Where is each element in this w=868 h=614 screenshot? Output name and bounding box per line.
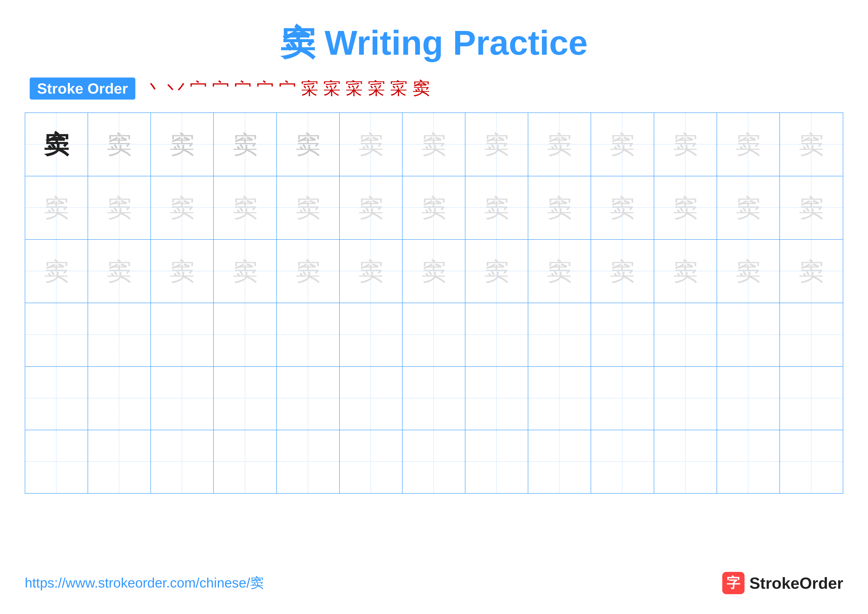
grid-cell-2-10[interactable]: 窦 — [654, 240, 717, 303]
grid-cell-0-6[interactable]: 窦 — [403, 113, 465, 176]
stroke-11: 寀 — [368, 77, 385, 100]
grid-cell-2-7[interactable]: 窦 — [465, 240, 528, 303]
grid-cell-3-10[interactable] — [654, 303, 717, 366]
grid-cell-1-11[interactable]: 窦 — [717, 176, 780, 239]
grid-cell-3-3[interactable] — [214, 303, 277, 366]
title-char: 窦 — [281, 23, 315, 62]
grid-cell-3-7[interactable] — [465, 303, 528, 366]
grid-cell-1-3[interactable]: 窦 — [214, 176, 277, 239]
grid-cell-1-10[interactable]: 窦 — [654, 176, 717, 239]
grid-cell-1-4[interactable]: 窦 — [277, 176, 340, 239]
grid-cell-4-0[interactable] — [25, 367, 88, 430]
cell-char-1-4: 窦 — [296, 196, 321, 220]
grid-cell-4-10[interactable] — [654, 367, 717, 430]
grid-cell-3-1[interactable] — [88, 303, 151, 366]
grid-cell-4-5[interactable] — [340, 367, 403, 430]
stroke-sequence: 丶 丷 宀 宀 宀 宀 宀 寀 寀 寀 寀 寀 窦 — [145, 77, 430, 100]
cell-char-0-11: 窦 — [736, 132, 761, 157]
grid-cell-4-9[interactable] — [591, 367, 654, 430]
grid-cell-4-4[interactable] — [277, 367, 340, 430]
grid-cell-5-3[interactable] — [214, 430, 277, 493]
cell-char-0-3: 窦 — [233, 132, 257, 157]
grid-cell-5-7[interactable] — [465, 430, 528, 493]
grid-cell-5-8[interactable] — [528, 430, 591, 493]
grid-cell-4-7[interactable] — [465, 367, 528, 430]
grid-cell-4-3[interactable] — [214, 367, 277, 430]
grid-cell-3-5[interactable] — [340, 303, 403, 366]
grid-cell-1-1[interactable]: 窦 — [88, 176, 151, 239]
grid-cell-1-12[interactable]: 窦 — [780, 176, 843, 239]
grid-cell-4-6[interactable] — [403, 367, 465, 430]
grid-cell-4-12[interactable] — [780, 367, 843, 430]
grid-cell-0-0[interactable]: 窦 — [25, 113, 88, 176]
grid-row-5[interactable] — [25, 430, 843, 493]
grid-cell-1-8[interactable]: 窦 — [528, 176, 591, 239]
cell-char-1-3: 窦 — [233, 196, 257, 220]
grid-cell-1-5[interactable]: 窦 — [340, 176, 403, 239]
grid-row-4[interactable] — [25, 367, 843, 430]
cell-char-0-6: 窦 — [422, 132, 446, 157]
grid-cell-1-6[interactable]: 窦 — [403, 176, 465, 239]
grid-cell-0-12[interactable]: 窦 — [780, 113, 843, 176]
grid-cell-5-2[interactable] — [151, 430, 214, 493]
grid-cell-5-1[interactable] — [88, 430, 151, 493]
grid-cell-5-9[interactable] — [591, 430, 654, 493]
cell-char-2-10: 窦 — [673, 259, 698, 284]
grid-cell-3-6[interactable] — [403, 303, 465, 366]
grid-row-2[interactable]: 窦窦窦窦窦窦窦窦窦窦窦窦窦 — [25, 240, 843, 303]
cell-char-2-3: 窦 — [233, 259, 257, 284]
grid-cell-1-2[interactable]: 窦 — [151, 176, 214, 239]
grid-cell-2-11[interactable]: 窦 — [717, 240, 780, 303]
grid-cell-0-3[interactable]: 窦 — [214, 113, 277, 176]
cell-char-0-10: 窦 — [673, 132, 698, 157]
grid-cell-3-11[interactable] — [717, 303, 780, 366]
grid-cell-2-3[interactable]: 窦 — [214, 240, 277, 303]
grid-cell-2-8[interactable]: 窦 — [528, 240, 591, 303]
grid-cell-5-10[interactable] — [654, 430, 717, 493]
grid-cell-2-5[interactable]: 窦 — [340, 240, 403, 303]
grid-cell-5-11[interactable] — [717, 430, 780, 493]
grid-cell-2-0[interactable]: 窦 — [25, 240, 88, 303]
grid-cell-2-6[interactable]: 窦 — [403, 240, 465, 303]
grid-cell-3-9[interactable] — [591, 303, 654, 366]
grid-cell-2-1[interactable]: 窦 — [88, 240, 151, 303]
grid-row-1[interactable]: 窦窦窦窦窦窦窦窦窦窦窦窦窦 — [25, 176, 843, 240]
grid-cell-4-8[interactable] — [528, 367, 591, 430]
grid-row-3[interactable] — [25, 303, 843, 367]
grid-cell-0-10[interactable]: 窦 — [654, 113, 717, 176]
grid-cell-0-7[interactable]: 窦 — [465, 113, 528, 176]
grid-cell-3-0[interactable] — [25, 303, 88, 366]
grid-cell-2-12[interactable]: 窦 — [780, 240, 843, 303]
grid-cell-0-5[interactable]: 窦 — [340, 113, 403, 176]
grid-row-0[interactable]: 窦窦窦窦窦窦窦窦窦窦窦窦窦 — [25, 113, 843, 176]
grid-cell-4-11[interactable] — [717, 367, 780, 430]
grid-cell-0-1[interactable]: 窦 — [88, 113, 151, 176]
grid-cell-0-8[interactable]: 窦 — [528, 113, 591, 176]
grid-cell-2-4[interactable]: 窦 — [277, 240, 340, 303]
grid-cell-3-12[interactable] — [780, 303, 843, 366]
grid-cell-0-11[interactable]: 窦 — [717, 113, 780, 176]
grid-cell-2-2[interactable]: 窦 — [151, 240, 214, 303]
grid-cell-5-4[interactable] — [277, 430, 340, 493]
cell-char-2-9: 窦 — [610, 259, 635, 284]
cell-char-1-9: 窦 — [610, 196, 635, 220]
grid-cell-1-9[interactable]: 窦 — [591, 176, 654, 239]
grid-cell-1-7[interactable]: 窦 — [465, 176, 528, 239]
grid-cell-5-0[interactable] — [25, 430, 88, 493]
grid-cell-0-9[interactable]: 窦 — [591, 113, 654, 176]
stroke-5: 宀 — [234, 77, 252, 100]
grid-cell-0-4[interactable]: 窦 — [277, 113, 340, 176]
grid-cell-5-5[interactable] — [340, 430, 403, 493]
grid-cell-3-8[interactable] — [528, 303, 591, 366]
grid-cell-3-2[interactable] — [151, 303, 214, 366]
grid-cell-5-6[interactable] — [403, 430, 465, 493]
grid-cell-4-2[interactable] — [151, 367, 214, 430]
grid-cell-0-2[interactable]: 窦 — [151, 113, 214, 176]
grid-cell-4-1[interactable] — [88, 367, 151, 430]
grid-cell-3-4[interactable] — [277, 303, 340, 366]
grid-cell-5-12[interactable] — [780, 430, 843, 493]
cell-char-0-9: 窦 — [610, 132, 635, 157]
grid-cell-2-9[interactable]: 窦 — [591, 240, 654, 303]
footer: https://www.strokeorder.com/chinese/窦 字 … — [25, 572, 843, 594]
grid-cell-1-0[interactable]: 窦 — [25, 176, 88, 239]
